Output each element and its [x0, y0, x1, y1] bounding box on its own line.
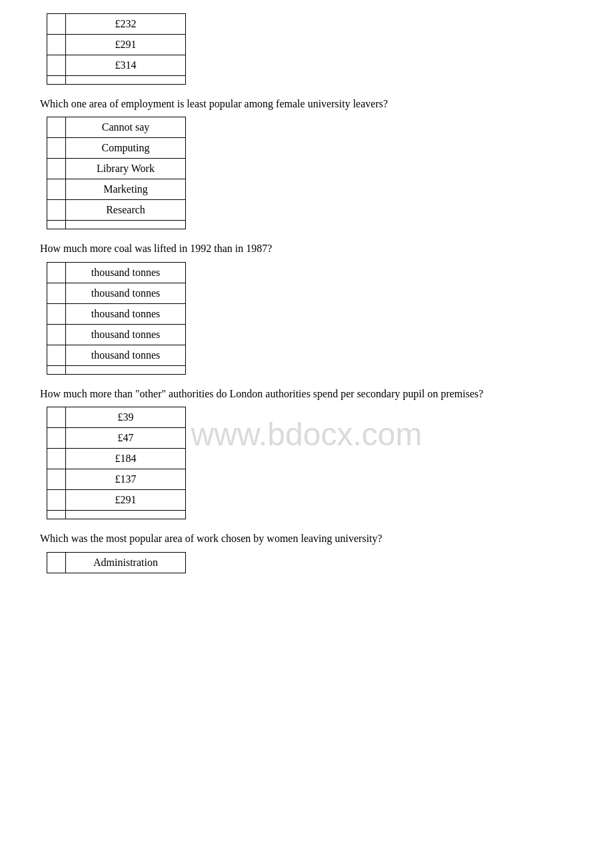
- radio-cell[interactable]: [47, 303, 66, 324]
- table-row: [47, 221, 186, 229]
- table-row: £291: [47, 490, 186, 511]
- section-5: Which was the most popular area of work …: [40, 531, 573, 573]
- answer-cell: Library Work: [66, 159, 186, 179]
- answer-cell: £184: [66, 449, 186, 469]
- answer-cell: Cannot say: [66, 117, 186, 138]
- table-row: thousand tonnes: [47, 345, 186, 365]
- answer-cell: £291: [66, 35, 186, 55]
- radio-cell[interactable]: [47, 55, 66, 76]
- answer-cell: £137: [66, 469, 186, 490]
- question-2: Which one area of employment is least po…: [40, 97, 573, 111]
- table-row: thousand tonnes: [47, 283, 186, 303]
- answer-cell: £314: [66, 55, 186, 76]
- section-2: Which one area of employment is least po…: [40, 97, 573, 229]
- answer-cell: thousand tonnes: [66, 345, 186, 365]
- table-row: £47: [47, 428, 186, 449]
- table-row: thousand tonnes: [47, 303, 186, 324]
- radio-cell[interactable]: [47, 14, 66, 35]
- radio-cell[interactable]: [47, 159, 66, 179]
- section-3: How much more coal was lifted in 1992 th…: [40, 241, 573, 374]
- question-5: Which was the most popular area of work …: [40, 531, 573, 546]
- answer-table-3: thousand tonnesthousand tonnesthousand t…: [47, 262, 186, 375]
- radio-cell[interactable]: [47, 449, 66, 469]
- table-row: [47, 76, 186, 85]
- answer-cell: £291: [66, 490, 186, 511]
- radio-cell[interactable]: [47, 283, 66, 303]
- table-row: thousand tonnes: [47, 324, 186, 345]
- answer-table-5: Administration: [47, 552, 186, 573]
- answer-cell: thousand tonnes: [66, 283, 186, 303]
- radio-cell[interactable]: [47, 117, 66, 138]
- answer-cell: Computing: [66, 138, 186, 159]
- radio-cell[interactable]: [47, 365, 66, 374]
- answer-table-4: £39£47£184£137£291: [47, 407, 186, 519]
- radio-cell[interactable]: [47, 200, 66, 221]
- table-row: [47, 511, 186, 519]
- table-row: Research: [47, 200, 186, 221]
- radio-cell[interactable]: [47, 428, 66, 449]
- radio-cell[interactable]: [47, 35, 66, 55]
- question-4: How much more than "other" authorities d…: [40, 387, 573, 401]
- answer-cell: thousand tonnes: [66, 262, 186, 283]
- answer-cell: Research: [66, 200, 186, 221]
- radio-cell[interactable]: [47, 221, 66, 229]
- table-row: £314: [47, 55, 186, 76]
- answer-cell: Administration: [66, 552, 186, 573]
- radio-cell[interactable]: [47, 179, 66, 200]
- answer-cell: thousand tonnes: [66, 324, 186, 345]
- radio-cell[interactable]: [47, 324, 66, 345]
- answer-cell: [66, 365, 186, 374]
- answer-cell: [66, 511, 186, 519]
- radio-cell[interactable]: [47, 469, 66, 490]
- radio-cell[interactable]: [47, 511, 66, 519]
- answer-cell: [66, 221, 186, 229]
- section-4: How much more than "other" authorities d…: [40, 387, 573, 519]
- radio-cell[interactable]: [47, 76, 66, 85]
- radio-cell[interactable]: [47, 345, 66, 365]
- table-row: thousand tonnes: [47, 262, 186, 283]
- table-row: £232: [47, 14, 186, 35]
- answer-table-1: £232£291£314: [47, 13, 186, 85]
- table-row: £291: [47, 35, 186, 55]
- table-row: £137: [47, 469, 186, 490]
- answer-cell: £232: [66, 14, 186, 35]
- table-row: [47, 365, 186, 374]
- radio-cell[interactable]: [47, 407, 66, 428]
- table-row: Administration: [47, 552, 186, 573]
- answer-cell: £47: [66, 428, 186, 449]
- radio-cell[interactable]: [47, 262, 66, 283]
- answer-cell: Marketing: [66, 179, 186, 200]
- table-row: Library Work: [47, 159, 186, 179]
- section-1: £232£291£314: [40, 13, 573, 85]
- table-row: £184: [47, 449, 186, 469]
- table-row: Marketing: [47, 179, 186, 200]
- answer-cell: thousand tonnes: [66, 303, 186, 324]
- table-row: Cannot say: [47, 117, 186, 138]
- table-row: Computing: [47, 138, 186, 159]
- question-3: How much more coal was lifted in 1992 th…: [40, 241, 573, 256]
- answer-cell: £39: [66, 407, 186, 428]
- answer-table-2: Cannot sayComputingLibrary WorkMarketing…: [47, 117, 186, 229]
- table-row: £39: [47, 407, 186, 428]
- radio-cell[interactable]: [47, 138, 66, 159]
- radio-cell[interactable]: [47, 490, 66, 511]
- radio-cell[interactable]: [47, 552, 66, 573]
- answer-cell: [66, 76, 186, 85]
